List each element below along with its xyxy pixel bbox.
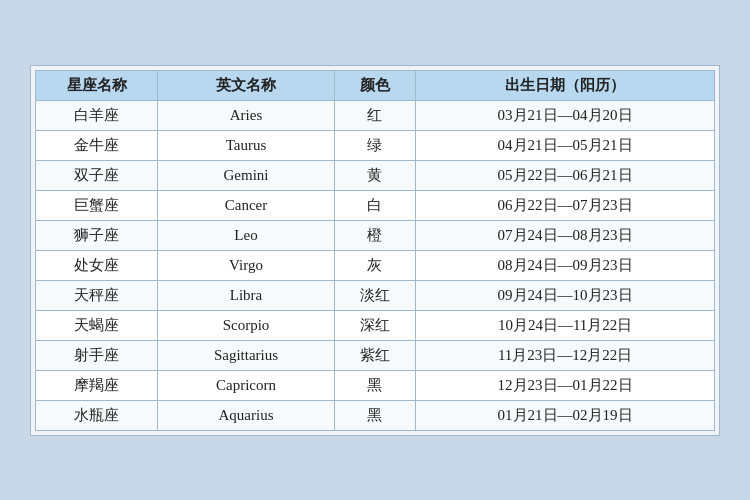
cell-color: 绿: [334, 130, 415, 160]
cell-english: Aries: [158, 100, 335, 130]
cell-english: Scorpio: [158, 310, 335, 340]
table-row: 处女座Virgo灰08月24日—09月23日: [36, 250, 715, 280]
cell-chinese: 白羊座: [36, 100, 158, 130]
cell-chinese: 水瓶座: [36, 400, 158, 430]
cell-chinese: 金牛座: [36, 130, 158, 160]
cell-color: 黄: [334, 160, 415, 190]
zodiac-table: 星座名称 英文名称 颜色 出生日期（阳历） 白羊座Aries红03月21日—04…: [35, 70, 715, 431]
cell-color: 白: [334, 190, 415, 220]
cell-color: 黑: [334, 400, 415, 430]
cell-date: 03月21日—04月20日: [416, 100, 715, 130]
header-chinese: 星座名称: [36, 70, 158, 100]
cell-chinese: 天蝎座: [36, 310, 158, 340]
cell-color: 紫红: [334, 340, 415, 370]
cell-color: 黑: [334, 370, 415, 400]
cell-chinese: 天秤座: [36, 280, 158, 310]
header-color: 颜色: [334, 70, 415, 100]
cell-english: Virgo: [158, 250, 335, 280]
cell-chinese: 双子座: [36, 160, 158, 190]
cell-date: 04月21日—05月21日: [416, 130, 715, 160]
cell-english: Cancer: [158, 190, 335, 220]
table-row: 摩羯座Capricorn黑12月23日—01月22日: [36, 370, 715, 400]
table-row: 巨蟹座Cancer白06月22日—07月23日: [36, 190, 715, 220]
cell-date: 06月22日—07月23日: [416, 190, 715, 220]
cell-chinese: 巨蟹座: [36, 190, 158, 220]
cell-chinese: 狮子座: [36, 220, 158, 250]
table-row: 狮子座Leo橙07月24日—08月23日: [36, 220, 715, 250]
table-row: 双子座Gemini黄05月22日—06月21日: [36, 160, 715, 190]
cell-chinese: 处女座: [36, 250, 158, 280]
header-english: 英文名称: [158, 70, 335, 100]
cell-english: Sagittarius: [158, 340, 335, 370]
cell-english: Aquarius: [158, 400, 335, 430]
cell-date: 11月23日—12月22日: [416, 340, 715, 370]
cell-english: Capricorn: [158, 370, 335, 400]
table-row: 水瓶座Aquarius黑01月21日—02月19日: [36, 400, 715, 430]
cell-date: 10月24日—11月22日: [416, 310, 715, 340]
cell-chinese: 射手座: [36, 340, 158, 370]
cell-color: 淡红: [334, 280, 415, 310]
cell-english: Leo: [158, 220, 335, 250]
table-row: 射手座Sagittarius紫红11月23日—12月22日: [36, 340, 715, 370]
table-row: 金牛座Taurus绿04月21日—05月21日: [36, 130, 715, 160]
table-header-row: 星座名称 英文名称 颜色 出生日期（阳历）: [36, 70, 715, 100]
cell-color: 深红: [334, 310, 415, 340]
table-row: 天蝎座Scorpio深红10月24日—11月22日: [36, 310, 715, 340]
cell-english: Taurus: [158, 130, 335, 160]
cell-date: 07月24日—08月23日: [416, 220, 715, 250]
cell-date: 09月24日—10月23日: [416, 280, 715, 310]
cell-date: 08月24日—09月23日: [416, 250, 715, 280]
cell-date: 01月21日—02月19日: [416, 400, 715, 430]
table-row: 白羊座Aries红03月21日—04月20日: [36, 100, 715, 130]
cell-english: Gemini: [158, 160, 335, 190]
cell-english: Libra: [158, 280, 335, 310]
table-row: 天秤座Libra淡红09月24日—10月23日: [36, 280, 715, 310]
cell-chinese: 摩羯座: [36, 370, 158, 400]
header-date: 出生日期（阳历）: [416, 70, 715, 100]
cell-date: 12月23日—01月22日: [416, 370, 715, 400]
cell-color: 红: [334, 100, 415, 130]
zodiac-table-container: 星座名称 英文名称 颜色 出生日期（阳历） 白羊座Aries红03月21日—04…: [30, 65, 720, 436]
cell-color: 灰: [334, 250, 415, 280]
cell-color: 橙: [334, 220, 415, 250]
cell-date: 05月22日—06月21日: [416, 160, 715, 190]
